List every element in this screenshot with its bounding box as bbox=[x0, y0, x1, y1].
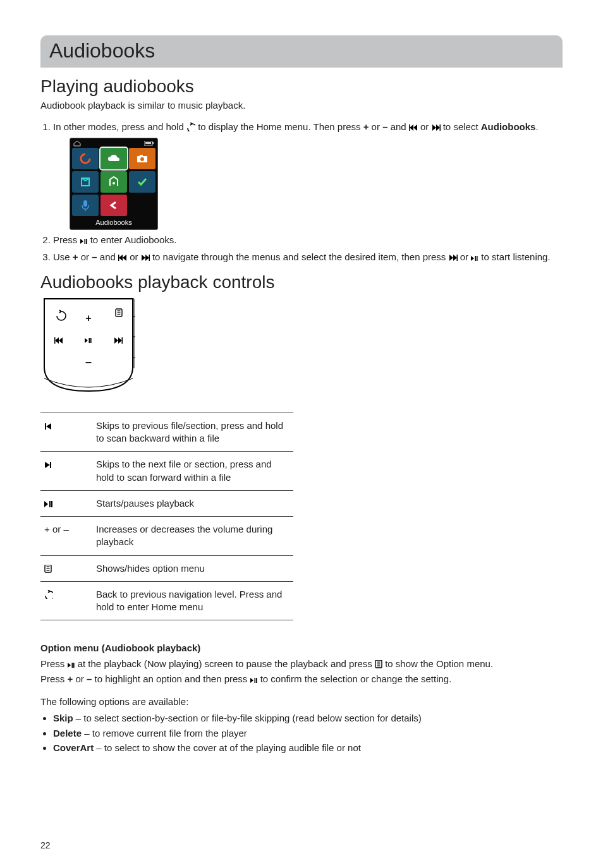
plus-symbol: + bbox=[363, 121, 369, 132]
skip-back-icon bbox=[118, 254, 127, 262]
step3-c: to start listening. bbox=[481, 251, 550, 262]
menu-desc: Shows/hides option menu bbox=[92, 555, 293, 581]
step-1: In other modes, press and hold to displa… bbox=[53, 121, 563, 230]
back-desc: Back to previous navigation level. Press… bbox=[92, 581, 293, 620]
cover-label: CoverArt bbox=[53, 742, 94, 753]
chapter-bar: Audiobooks bbox=[40, 35, 563, 68]
hm-music-icon bbox=[72, 148, 99, 169]
volume-symbols: + or – bbox=[40, 517, 92, 556]
hm-back-red-icon bbox=[100, 195, 127, 216]
step3-or1: or bbox=[81, 251, 92, 262]
play-pause-icon bbox=[80, 238, 88, 244]
option-line1: Press at the playback (Now playing) scre… bbox=[40, 658, 563, 670]
step-2: Press to enter Audiobooks. bbox=[53, 234, 563, 246]
page: Audiobooks Playing audiobooks Audiobook … bbox=[0, 0, 603, 868]
opt-l1-c: to show the Option menu. bbox=[385, 658, 493, 669]
options-available: The following options are available: bbox=[40, 696, 563, 708]
prev-track-icon bbox=[40, 413, 92, 452]
opt-l1-b: at the playback (Now playing) screen to … bbox=[78, 658, 375, 669]
table-row: Shows/hides option menu bbox=[40, 555, 293, 581]
prev-desc: Skips to previous file/section, press an… bbox=[92, 413, 293, 452]
device-controls-diagram: + – bbox=[40, 298, 137, 395]
skip-forward-icon bbox=[141, 254, 150, 262]
svg-rect-13 bbox=[152, 142, 154, 144]
hm-camera-icon bbox=[129, 148, 155, 169]
hm-mic-icon bbox=[72, 195, 99, 216]
options-list: Skip – to select section-by-section or f… bbox=[40, 712, 563, 754]
step1-text-b: to display the Home menu. Then press bbox=[198, 121, 363, 132]
opt-l2-or: or bbox=[75, 673, 87, 684]
delete-desc: – to remove current file from the player bbox=[82, 728, 247, 738]
step3-or2: or bbox=[130, 251, 141, 262]
option-skip: Skip – to select section-by-section or f… bbox=[53, 712, 563, 725]
opt-l2-b: to highlight an option and then press bbox=[94, 673, 250, 684]
svg-text:+: + bbox=[85, 313, 91, 323]
cover-desc: – to select to show the cover at of the … bbox=[94, 742, 361, 753]
step1-text-a: In other modes, press and hold bbox=[53, 121, 186, 132]
page-number: 22 bbox=[40, 840, 51, 850]
table-row: Back to previous navigation level. Press… bbox=[40, 581, 293, 620]
table-row: Starts/pauses playback bbox=[40, 490, 293, 516]
step3-and: and bbox=[100, 251, 118, 262]
step2-a: Press bbox=[53, 234, 80, 245]
playing-intro: Audiobook playback is similar to music p… bbox=[40, 99, 563, 112]
svg-point-16 bbox=[140, 157, 144, 161]
back-icon bbox=[186, 123, 195, 131]
skip-back-icon bbox=[409, 124, 418, 131]
menu-icon bbox=[375, 660, 382, 668]
section-controls-title: Audiobooks playback controls bbox=[40, 272, 563, 292]
table-row: Skips to the next file or section, press… bbox=[40, 452, 293, 491]
home-menu-grid bbox=[72, 148, 155, 216]
vol-desc: Increases or decreases the volume during… bbox=[92, 517, 293, 556]
svg-text:–: – bbox=[85, 356, 92, 368]
play-desc: Starts/pauses playback bbox=[92, 490, 293, 516]
hm-book-icon bbox=[72, 171, 99, 193]
hm-cloud-icon bbox=[100, 148, 127, 169]
home-menu-statusbar bbox=[72, 140, 155, 148]
home-icon bbox=[73, 140, 81, 147]
step3-or3: or bbox=[460, 251, 472, 262]
delete-label: Delete bbox=[53, 728, 82, 738]
step2-b: to enter Audiobooks. bbox=[90, 234, 177, 245]
minus-symbol: – bbox=[382, 121, 387, 132]
step-3: Use + or – and or to navigate through th… bbox=[53, 251, 563, 263]
step3-a: Use bbox=[53, 251, 73, 262]
back-icon bbox=[40, 581, 92, 620]
step3-minus: – bbox=[92, 251, 97, 262]
next-track-icon bbox=[40, 452, 92, 491]
table-row: Skips to previous file/section, press an… bbox=[40, 413, 293, 452]
svg-point-18 bbox=[113, 182, 115, 184]
step1-period: . bbox=[535, 121, 538, 132]
controls-table: Skips to previous file/section, press an… bbox=[40, 413, 293, 621]
battery-icon bbox=[144, 141, 154, 146]
step3-plus: + bbox=[73, 251, 78, 262]
opt-l1-a: Press bbox=[40, 658, 68, 669]
opt-l2-minus: – bbox=[87, 673, 92, 684]
skip-forward-icon bbox=[449, 254, 458, 262]
hm-check-icon bbox=[129, 171, 155, 193]
svg-rect-14 bbox=[145, 142, 151, 144]
step1-and: and bbox=[391, 121, 409, 132]
step1-or2: or bbox=[420, 121, 432, 132]
option-coverart: CoverArt – to select to show the cover a… bbox=[53, 742, 563, 754]
option-menu-heading: Option menu (Audiobook playback) bbox=[40, 642, 563, 654]
opt-l2-c: to confirm the selection or change the s… bbox=[260, 673, 452, 684]
play-pause-icon bbox=[40, 490, 92, 516]
play-pause-icon bbox=[471, 255, 478, 262]
play-pause-icon bbox=[68, 662, 75, 668]
opt-l2-plus: + bbox=[68, 673, 73, 684]
skip-forward-icon bbox=[432, 124, 441, 131]
table-row: + or – Increases or decreases the volume… bbox=[40, 517, 293, 556]
next-desc: Skips to the next file or section, press… bbox=[92, 452, 293, 491]
home-menu-screenshot: Audiobooks bbox=[70, 138, 158, 231]
opt-l2-a: Press bbox=[40, 673, 68, 684]
chapter-title: Audiobooks bbox=[49, 39, 554, 63]
skip-label: Skip bbox=[53, 713, 73, 723]
step3-b: to navigate through the menus and select… bbox=[152, 251, 449, 262]
svg-rect-19 bbox=[83, 200, 87, 207]
option-delete: Delete – to remove current file from the… bbox=[53, 727, 563, 740]
play-pause-icon bbox=[250, 677, 258, 684]
hm-audiobooks-icon bbox=[100, 171, 127, 193]
step1-tosel: to select bbox=[443, 121, 481, 132]
step1-or1: or bbox=[372, 121, 383, 132]
